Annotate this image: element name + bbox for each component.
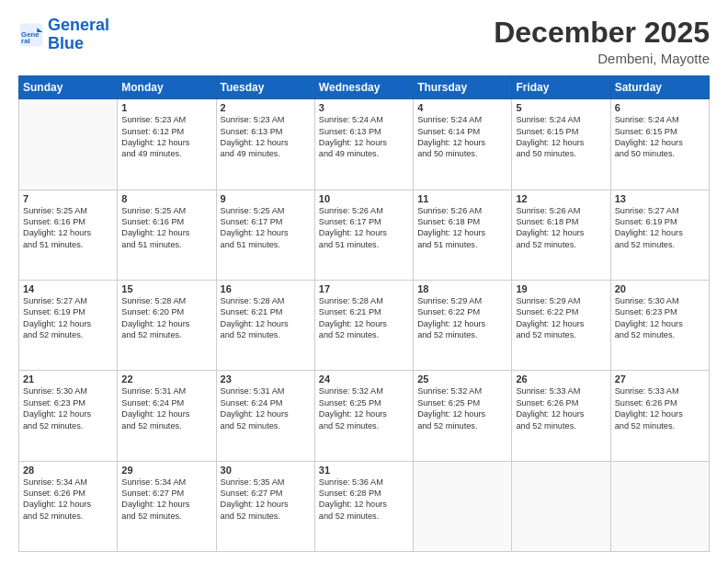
- header: Gene ral General Blue December 2025 Demb…: [18, 17, 710, 66]
- calendar-cell: 25Sunrise: 5:32 AM Sunset: 6:25 PM Dayli…: [414, 371, 512, 461]
- calendar-cell: [512, 461, 610, 551]
- day-number: 22: [121, 373, 211, 385]
- day-number: 23: [221, 373, 311, 385]
- day-number: 1: [121, 102, 211, 113]
- day-info: Sunrise: 5:34 AM Sunset: 6:26 PM Dayligh…: [23, 477, 113, 523]
- calendar-cell: 14Sunrise: 5:27 AM Sunset: 6:19 PM Dayli…: [19, 280, 118, 370]
- calendar-cell: 4Sunrise: 5:24 AM Sunset: 6:14 PM Daylig…: [414, 99, 512, 190]
- day-number: 8: [121, 193, 211, 204]
- day-number: 11: [417, 193, 507, 204]
- calendar-header-row: SundayMondayTuesdayWednesdayThursdayFrid…: [19, 76, 710, 99]
- day-info: Sunrise: 5:30 AM Sunset: 6:23 PM Dayligh…: [23, 385, 113, 431]
- page: Gene ral General Blue December 2025 Demb…: [0, 0, 728, 563]
- month-year: December 2025: [494, 17, 710, 49]
- calendar-day-header: Monday: [118, 76, 216, 99]
- day-info: Sunrise: 5:36 AM Sunset: 6:28 PM Dayligh…: [319, 477, 409, 523]
- day-info: Sunrise: 5:32 AM Sunset: 6:25 PM Dayligh…: [417, 385, 507, 431]
- calendar-day-header: Friday: [512, 76, 610, 99]
- day-info: Sunrise: 5:28 AM Sunset: 6:20 PM Dayligh…: [121, 295, 211, 341]
- day-number: 20: [615, 283, 705, 294]
- calendar-cell: 12Sunrise: 5:26 AM Sunset: 6:18 PM Dayli…: [512, 190, 610, 280]
- calendar-cell: 27Sunrise: 5:33 AM Sunset: 6:26 PM Dayli…: [610, 371, 709, 461]
- day-info: Sunrise: 5:27 AM Sunset: 6:19 PM Dayligh…: [23, 295, 113, 341]
- calendar-cell: 31Sunrise: 5:36 AM Sunset: 6:28 PM Dayli…: [314, 461, 413, 551]
- calendar-week-row: 21Sunrise: 5:30 AM Sunset: 6:23 PM Dayli…: [19, 371, 710, 461]
- day-info: Sunrise: 5:24 AM Sunset: 6:15 PM Dayligh…: [516, 114, 606, 160]
- day-info: Sunrise: 5:35 AM Sunset: 6:27 PM Dayligh…: [221, 477, 311, 523]
- day-number: 5: [516, 102, 606, 113]
- calendar-cell: 1Sunrise: 5:23 AM Sunset: 6:12 PM Daylig…: [118, 99, 216, 190]
- calendar-cell: 19Sunrise: 5:29 AM Sunset: 6:22 PM Dayli…: [512, 280, 610, 370]
- day-info: Sunrise: 5:25 AM Sunset: 6:16 PM Dayligh…: [23, 205, 113, 251]
- day-number: 21: [23, 373, 113, 385]
- location: Dembeni, Mayotte: [494, 51, 710, 66]
- calendar-week-row: 7Sunrise: 5:25 AM Sunset: 6:16 PM Daylig…: [19, 190, 710, 280]
- day-info: Sunrise: 5:34 AM Sunset: 6:27 PM Dayligh…: [121, 477, 211, 523]
- logo-line1: General: [48, 16, 109, 34]
- calendar-day-header: Sunday: [19, 76, 118, 99]
- day-info: Sunrise: 5:26 AM Sunset: 6:17 PM Dayligh…: [319, 205, 409, 251]
- day-number: 16: [221, 283, 311, 294]
- calendar-cell: 11Sunrise: 5:26 AM Sunset: 6:18 PM Dayli…: [414, 190, 512, 280]
- day-number: 6: [615, 102, 705, 113]
- calendar-cell: 7Sunrise: 5:25 AM Sunset: 6:16 PM Daylig…: [19, 190, 118, 280]
- svg-text:ral: ral: [21, 37, 30, 45]
- calendar-cell: 6Sunrise: 5:24 AM Sunset: 6:15 PM Daylig…: [610, 99, 709, 190]
- logo-line2: Blue: [48, 34, 84, 52]
- day-number: 15: [121, 283, 211, 294]
- day-info: Sunrise: 5:33 AM Sunset: 6:26 PM Dayligh…: [516, 385, 606, 431]
- calendar-cell: 18Sunrise: 5:29 AM Sunset: 6:22 PM Dayli…: [414, 280, 512, 370]
- calendar-cell: 16Sunrise: 5:28 AM Sunset: 6:21 PM Dayli…: [216, 280, 314, 370]
- logo: Gene ral General Blue: [18, 17, 109, 53]
- calendar-cell: 13Sunrise: 5:27 AM Sunset: 6:19 PM Dayli…: [610, 190, 709, 280]
- day-number: 14: [23, 283, 113, 294]
- calendar-cell: 20Sunrise: 5:30 AM Sunset: 6:23 PM Dayli…: [610, 280, 709, 370]
- day-info: Sunrise: 5:29 AM Sunset: 6:22 PM Dayligh…: [516, 295, 606, 341]
- day-number: 9: [221, 193, 311, 204]
- day-info: Sunrise: 5:31 AM Sunset: 6:24 PM Dayligh…: [121, 385, 211, 431]
- day-info: Sunrise: 5:23 AM Sunset: 6:12 PM Dayligh…: [121, 114, 211, 160]
- day-number: 7: [23, 193, 113, 204]
- day-number: 19: [516, 283, 606, 294]
- day-info: Sunrise: 5:25 AM Sunset: 6:17 PM Dayligh…: [221, 205, 311, 251]
- calendar-table: SundayMondayTuesdayWednesdayThursdayFrid…: [18, 75, 710, 552]
- calendar-cell: 10Sunrise: 5:26 AM Sunset: 6:17 PM Dayli…: [314, 190, 413, 280]
- day-info: Sunrise: 5:24 AM Sunset: 6:13 PM Dayligh…: [319, 114, 409, 160]
- day-info: Sunrise: 5:31 AM Sunset: 6:24 PM Dayligh…: [221, 385, 311, 431]
- calendar-week-row: 1Sunrise: 5:23 AM Sunset: 6:12 PM Daylig…: [19, 99, 710, 190]
- day-number: 4: [417, 102, 507, 113]
- calendar-cell: [19, 99, 118, 190]
- calendar-cell: 24Sunrise: 5:32 AM Sunset: 6:25 PM Dayli…: [314, 371, 413, 461]
- day-info: Sunrise: 5:24 AM Sunset: 6:14 PM Dayligh…: [417, 114, 507, 160]
- calendar-day-header: Wednesday: [314, 76, 413, 99]
- day-number: 13: [615, 193, 705, 204]
- day-number: 2: [221, 102, 311, 113]
- day-info: Sunrise: 5:27 AM Sunset: 6:19 PM Dayligh…: [615, 205, 705, 251]
- calendar-cell: 28Sunrise: 5:34 AM Sunset: 6:26 PM Dayli…: [19, 461, 118, 551]
- day-number: 29: [121, 465, 211, 476]
- day-info: Sunrise: 5:25 AM Sunset: 6:16 PM Dayligh…: [121, 205, 211, 251]
- calendar-cell: 30Sunrise: 5:35 AM Sunset: 6:27 PM Dayli…: [216, 461, 314, 551]
- day-info: Sunrise: 5:29 AM Sunset: 6:22 PM Dayligh…: [417, 295, 507, 341]
- day-number: 26: [516, 373, 606, 385]
- calendar-cell: 2Sunrise: 5:23 AM Sunset: 6:13 PM Daylig…: [216, 99, 314, 190]
- logo-icon: Gene ral: [18, 22, 44, 48]
- calendar-cell: 9Sunrise: 5:25 AM Sunset: 6:17 PM Daylig…: [216, 190, 314, 280]
- calendar-week-row: 28Sunrise: 5:34 AM Sunset: 6:26 PM Dayli…: [19, 461, 710, 551]
- day-number: 24: [319, 373, 409, 385]
- calendar-cell: [610, 461, 709, 551]
- day-info: Sunrise: 5:28 AM Sunset: 6:21 PM Dayligh…: [221, 295, 311, 341]
- calendar-cell: 3Sunrise: 5:24 AM Sunset: 6:13 PM Daylig…: [314, 99, 413, 190]
- calendar-cell: 21Sunrise: 5:30 AM Sunset: 6:23 PM Dayli…: [19, 371, 118, 461]
- calendar-cell: 8Sunrise: 5:25 AM Sunset: 6:16 PM Daylig…: [118, 190, 216, 280]
- day-number: 28: [23, 465, 113, 476]
- calendar-cell: 26Sunrise: 5:33 AM Sunset: 6:26 PM Dayli…: [512, 371, 610, 461]
- calendar-day-header: Saturday: [610, 76, 709, 99]
- day-number: 3: [319, 102, 409, 113]
- day-info: Sunrise: 5:33 AM Sunset: 6:26 PM Dayligh…: [615, 385, 705, 431]
- calendar-day-header: Tuesday: [216, 76, 314, 99]
- calendar-cell: 17Sunrise: 5:28 AM Sunset: 6:21 PM Dayli…: [314, 280, 413, 370]
- calendar-cell: [414, 461, 512, 551]
- day-number: 12: [516, 193, 606, 204]
- day-number: 30: [221, 465, 311, 476]
